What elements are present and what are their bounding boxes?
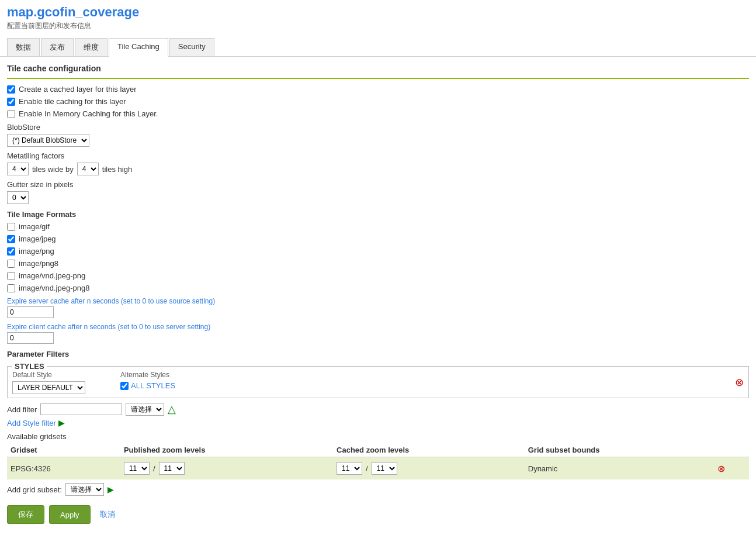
pub-zoom-cell: 0123456789101112 / 0123456789101112 [120,457,333,480]
expire-client-input[interactable]: 0 [7,332,54,344]
grid-bounds-cell: Dynamic [525,457,714,480]
gridset-name: EPSG:4326 [7,457,120,480]
grid-delete-button[interactable]: ⊗ [717,463,725,474]
styles-delete-button[interactable]: ⊗ [735,376,744,389]
all-styles-checkbox[interactable] [120,382,129,390]
format-vnd-jpeg-png8-label: image/vnd.jpeg-png8 [19,284,89,292]
col-action [714,443,749,457]
all-styles-label: ALL STYLES [131,381,175,390]
styles-cols: Default Style LAYER DEFAULT Alternate St… [12,371,175,394]
default-style-col-label: Default Style [12,371,85,379]
metatiling-wide-select[interactable]: 123468 [7,163,29,175]
col-gridset: Gridset [7,443,120,457]
metatiling-high-select[interactable]: 123468 [77,163,99,175]
styles-legend: STYLES [12,362,47,371]
cached-zoom-sep: / [366,464,368,473]
metatiling-high-label: tiles high [102,165,132,174]
add-filter-label: Add filter [7,405,37,414]
apply-button[interactable]: Apply [49,505,91,524]
format-jpeg-checkbox[interactable] [7,235,15,243]
styles-section: STYLES Default Style LAYER DEFAULT Alter… [7,362,749,398]
alternate-styles-col-label: Alternate Styles [120,371,175,379]
format-vnd-jpeg-png: image/vnd.jpeg-png [7,271,749,280]
add-filter-input[interactable] [40,403,122,415]
add-grid-row: Add grid subset: 请选择 ▶ [7,483,749,496]
tab-security[interactable]: Security [169,38,214,56]
checkbox-memory-cache: Enable In Memory Caching for this Layer. [7,109,749,118]
cancel-button[interactable]: 取消 [95,505,120,524]
col-cached-zoom: Cached zoom levels [333,443,525,457]
add-filter-plus-icon[interactable]: △ [168,403,176,416]
cached-zoom-cell: 0123456789101112 / 0123456789101112 [333,457,525,480]
format-jpeg-label: image/jpeg [19,234,56,243]
add-grid-plus-icon[interactable]: ▶ [107,485,114,494]
cached-zoom-min-select[interactable]: 0123456789101112 [337,462,362,475]
cached-zoom-max-select[interactable]: 0123456789101112 [372,462,397,475]
blobstore-label: BlobStore [7,123,749,132]
enable-tile-label: Enable tile caching for this layer [19,97,126,106]
enable-tile-checkbox[interactable] [7,98,15,106]
format-png-label: image/png [19,247,54,256]
page-title: map.gcofin_coverage [7,5,749,20]
create-cached-label: Create a cached layer for this layer [19,85,137,94]
expire-client-label: Expire client cache after n seconds (set… [7,323,749,331]
pub-zoom-min-select[interactable]: 0123456789101112 [124,462,150,475]
format-png8-checkbox[interactable] [7,260,15,268]
save-button[interactable]: 保存 [7,505,44,524]
col-published-zoom: Published zoom levels [120,443,333,457]
available-gridsets-label: Available gridsets [7,432,749,441]
green-divider [7,78,749,79]
format-vnd-jpeg-png8: image/vnd.jpeg-png8 [7,284,749,292]
format-gif-label: image/gif [19,222,50,231]
default-style-select[interactable]: LAYER DEFAULT [12,381,85,394]
alternate-styles-col: Alternate Styles ALL STYLES [120,371,175,390]
add-style-filter-label: Add Style filter [7,419,56,427]
gridset-table: Gridset Published zoom levels Cached zoo… [7,443,749,479]
format-vnd-jpeg-png-label: image/vnd.jpeg-png [19,271,85,280]
pub-zoom-sep: / [153,464,155,473]
gutter-select[interactable]: 01248 [7,191,29,204]
format-vnd-jpeg-png8-checkbox[interactable] [7,284,15,292]
section-title: Tile cache configuration [7,64,749,73]
button-row: 保存 Apply 取消 [7,505,749,524]
all-styles-check: ALL STYLES [120,381,175,390]
gutter-label: Gutter size in pixels [7,180,749,189]
tab-tile-caching[interactable]: Tile Caching [109,38,168,57]
format-vnd-jpeg-png-checkbox[interactable] [7,272,15,280]
gutter-row: 01248 [7,191,749,204]
tab-data[interactable]: 数据 [7,38,40,56]
styles-row: Default Style LAYER DEFAULT Alternate St… [12,371,744,394]
add-grid-label: Add grid subset: [7,485,62,494]
add-style-filter-row[interactable]: Add Style filter ▶ [7,418,749,427]
default-style-col: Default Style LAYER DEFAULT [12,371,85,394]
format-png8-label: image/png8 [19,259,58,268]
col-grid-bounds: Grid subset bounds [525,443,714,457]
checkbox-create-cached: Create a cached layer for this layer [7,85,749,94]
expire-server-label: Expire server cache after n seconds (set… [7,297,749,305]
metatiling-row: 123468 tiles wide by 123468 tiles high [7,163,749,175]
expire-server-input[interactable]: 0 [7,306,54,318]
format-jpeg: image/jpeg [7,234,749,243]
memory-cache-label: Enable In Memory Caching for this Layer. [19,109,158,118]
metatiling-label: Metatiling factors [7,151,749,160]
format-png8: image/png8 [7,259,749,268]
grid-delete-cell: ⊗ [714,457,749,480]
blobstore-select[interactable]: (*) Default BlobStore [7,134,89,147]
param-filters-label: Parameter Filters [7,350,749,358]
checkbox-enable-tile: Enable tile caching for this layer [7,97,749,106]
metatiling-sep: tiles wide by [32,165,74,174]
formats-title: Tile Image Formats [7,210,749,219]
tab-dimension[interactable]: 维度 [75,38,107,56]
add-filter-select[interactable]: 请选择 [126,403,164,416]
table-row: EPSG:4326 0123456789101112 / 01234567891… [7,457,749,480]
pub-zoom-max-select[interactable]: 0123456789101112 [159,462,185,475]
format-png: image/png [7,247,749,256]
add-style-filter-icon[interactable]: ▶ [58,418,65,427]
memory-cache-checkbox[interactable] [7,110,15,118]
add-filter-row: Add filter 请选择 △ [7,403,749,416]
add-grid-select[interactable]: 请选择 [65,483,104,496]
format-gif-checkbox[interactable] [7,223,15,231]
tab-publish[interactable]: 发布 [41,38,74,56]
format-png-checkbox[interactable] [7,247,15,256]
create-cached-checkbox[interactable] [7,85,15,94]
